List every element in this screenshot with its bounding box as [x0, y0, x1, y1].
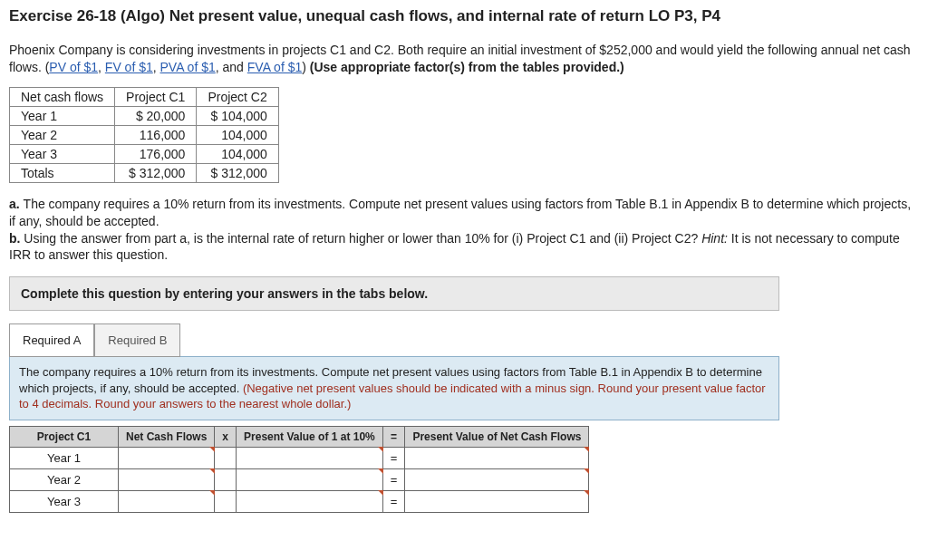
cf-header-c1: Project C1 [115, 87, 197, 106]
op-blank [215, 468, 237, 490]
cf-header-label: Net cash flows [10, 87, 115, 106]
pvncf-input-y2[interactable] [405, 468, 589, 490]
intro-paragraph: Phoenix Company is considering investmen… [9, 42, 919, 76]
op-eq: = [382, 490, 405, 512]
cash-flows-table: Net cash flows Project C1 Project C2 Yea… [9, 87, 279, 183]
cf-row-label: Year 1 [10, 106, 115, 125]
link-fv[interactable]: FV of $1 [105, 60, 153, 74]
cf-cell: $ 20,000 [115, 106, 197, 125]
cf-totals-label: Totals [10, 163, 115, 182]
table-row: Year 3 = [10, 490, 589, 512]
op-blank [215, 490, 237, 512]
q-a-lead: a. [9, 197, 24, 211]
ncf-input-y2[interactable] [119, 468, 215, 490]
cf-cell: $ 104,000 [197, 106, 278, 125]
exercise-title: Exercise 26-18 (Algo) Net present value,… [9, 7, 919, 25]
cf-header-c2: Project C2 [197, 87, 278, 106]
pvf-input-y1[interactable] [237, 447, 383, 468]
pvf-input-y2[interactable] [237, 468, 383, 490]
table-row: Year 2 = [10, 468, 589, 490]
sep2: , [153, 60, 160, 74]
tab-bar: Required A Required B [9, 323, 779, 357]
ans-h-pvncf: Present Value of Net Cash Flows [405, 426, 589, 447]
op-eq: = [382, 447, 405, 468]
ans-h-ncf: Net Cash Flows [119, 426, 215, 447]
questions-block: a. The company requires a 10% return fro… [9, 196, 919, 265]
ncf-input-y1[interactable] [119, 447, 215, 468]
link-pva[interactable]: PVA of $1 [160, 60, 216, 74]
link-pv[interactable]: PV of $1 [49, 60, 98, 74]
complete-prompt: Complete this question by entering your … [9, 276, 779, 311]
cf-cell: 104,000 [197, 125, 278, 144]
cf-row-label: Year 2 [10, 125, 115, 144]
ans-row-label: Year 3 [10, 490, 119, 512]
table-row: Year 1 = [10, 447, 589, 468]
ans-row-label: Year 1 [10, 447, 119, 468]
ans-h-x: x [215, 426, 237, 447]
q-hint-label: Hint: [701, 231, 728, 246]
ans-h-pvfactor: Present Value of 1 at 10% [237, 426, 383, 447]
op-blank [215, 447, 237, 468]
cf-total-c2: $ 312,000 [197, 163, 278, 182]
ans-row-label: Year 2 [10, 468, 119, 490]
tab-required-a[interactable]: Required A [9, 323, 94, 357]
ans-h-project: Project C1 [10, 426, 119, 447]
sep1: , [98, 60, 105, 74]
cf-row-label: Year 3 [10, 144, 115, 163]
sub-instructions: The company requires a 10% return from i… [9, 356, 779, 420]
cf-cell: 176,000 [115, 144, 197, 163]
ans-h-eq: = [382, 426, 405, 447]
and: , and [216, 60, 247, 74]
q-b-lead: b. [9, 231, 24, 246]
pvncf-input-y3[interactable] [405, 490, 589, 512]
op-eq: = [382, 468, 405, 490]
intro-text-b: ) [302, 60, 310, 74]
ncf-input-y3[interactable] [119, 490, 215, 512]
answer-table: Project C1 Net Cash Flows x Present Valu… [9, 426, 589, 513]
tab-required-b[interactable]: Required B [94, 323, 180, 357]
use-factors-note: (Use appropriate factor(s) from the tabl… [310, 60, 624, 74]
pvncf-input-y1[interactable] [405, 447, 589, 468]
cf-cell: 104,000 [197, 144, 278, 163]
q-a-text: The company requires a 10% return from i… [9, 197, 911, 228]
cf-total-c1: $ 312,000 [115, 163, 197, 182]
cf-cell: 116,000 [115, 125, 197, 144]
link-fva[interactable]: FVA of $1 [247, 60, 302, 74]
pvf-input-y3[interactable] [237, 490, 383, 512]
q-b-text1: Using the answer from part a, is the int… [24, 231, 701, 246]
